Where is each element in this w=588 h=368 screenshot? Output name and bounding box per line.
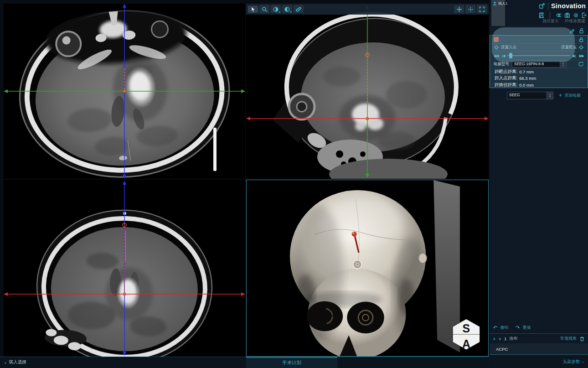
save-icon[interactable]: [539, 12, 544, 18]
axial-viewport[interactable]: [4, 4, 245, 179]
model-label: 电极型号: [494, 62, 509, 67]
contrast-a-label: a: [279, 10, 280, 13]
collapse-up-icon[interactable]: ∧: [493, 337, 496, 341]
edit-icon[interactable]: [569, 28, 575, 33]
measure-tool-button[interactable]: [294, 5, 304, 13]
distance-to-target: 距靶点距离:0.7 mm: [490, 68, 588, 75]
electrode-type-value: SEEG: [507, 92, 547, 99]
bottom-nav-bar: ‹ 病人选择 手术计划: [0, 357, 490, 368]
electrode-header-row: [490, 36, 588, 44]
trash-icon[interactable]: [579, 336, 585, 342]
crosshair-icon[interactable]: [578, 45, 584, 50]
electrode-type-select[interactable]: SEEG ▴▾: [507, 92, 553, 99]
canvas-bar: ∧ ∨ 1 画布 常规视角: [490, 334, 588, 343]
3d-skull-render: S A: [247, 180, 488, 356]
trajectory-slider[interactable]: [507, 55, 571, 56]
next-step-button[interactable]: 头架参数: [563, 359, 580, 365]
center-crosshair-button[interactable]: [465, 5, 475, 13]
cube-anterior-label: A: [462, 337, 470, 350]
display-options-row: [490, 26, 588, 35]
current-stage-tab[interactable]: 手术计划: [246, 357, 337, 368]
patient-label: 病人1: [493, 1, 507, 6]
contrast-b-label: b: [290, 10, 292, 13]
refresh-icon[interactable]: [578, 61, 584, 67]
logout-icon[interactable]: [581, 12, 586, 18]
link-icon[interactable]: [556, 12, 561, 18]
electrode-model-select[interactable]: SEEG-16PIN-8-8 ▴▾: [512, 61, 567, 67]
entry-ring-marker[interactable]: [353, 260, 362, 269]
coronal-viewport[interactable]: [4, 180, 245, 357]
window-level-b-button[interactable]: b: [282, 5, 292, 13]
skull-screw-marker: [418, 253, 427, 263]
frame-backward-button[interactable]: |◀: [502, 54, 505, 58]
trajectory-slider-row: ◀◀ |◀ ▶| ▶▶: [490, 52, 588, 60]
next-step-row: 头架参数 ›: [490, 355, 588, 368]
electrode-color-swatch[interactable]: [494, 37, 499, 42]
divider: [550, 12, 550, 19]
brand-logo: Sinovation: [551, 2, 586, 10]
window-level-a-button[interactable]: a: [271, 5, 281, 13]
divider: [490, 333, 588, 334]
cube-superior-label: S: [463, 322, 470, 335]
stepper-icon[interactable]: ▴▾: [560, 61, 566, 67]
sidebar-tabs: 路径显示 纤维束重建: [490, 18, 588, 25]
export-icon[interactable]: [539, 3, 545, 9]
back-to-patient-button[interactable]: ‹ 病人选择: [5, 359, 26, 365]
redo-icon[interactable]: ↷: [516, 325, 520, 331]
divider: [548, 3, 548, 10]
stepper-icon[interactable]: ▴▾: [547, 92, 553, 99]
sagittal-crosshair[interactable]: [246, 4, 489, 179]
history-row: ↶ 撤销 ↷ 重做: [493, 325, 531, 331]
distance-to-entry: 距入点距离:66.3 mm: [490, 75, 588, 82]
coronal-crosshair[interactable]: [4, 180, 245, 357]
trajectory-list-item-acpc[interactable]: ACPC: [490, 343, 588, 355]
step-backward-button[interactable]: ◀◀: [494, 54, 498, 58]
axial-crosshair[interactable]: [4, 4, 245, 179]
undo-button[interactable]: 撤销: [500, 325, 508, 331]
frame-forward-button[interactable]: ▶|: [573, 54, 575, 58]
redo-button[interactable]: 重做: [522, 325, 531, 331]
canvas-label: 画布: [509, 336, 517, 342]
sagittal-viewport[interactable]: a b: [246, 4, 489, 179]
3d-viewport[interactable]: S A: [246, 180, 489, 357]
slider-thumb[interactable]: [509, 53, 512, 58]
camera-icon[interactable]: [564, 12, 569, 18]
chevron-left-icon: ‹: [5, 360, 6, 365]
gear-icon[interactable]: [573, 12, 578, 18]
fullscreen-button[interactable]: [477, 5, 487, 13]
distance-to-path: 距路径距离:0.0 mm: [490, 82, 588, 88]
electrode-panel: 设置入点 设置靶点 ◀◀ |◀ ▶| ▶▶ 电极型号 SEEG-16PIN-8-…: [490, 35, 588, 88]
set-entry-button[interactable]: 设置入点: [501, 45, 516, 50]
right-sidebar: 病人1 Sinovation 路径显示 纤维束重建: [490, 0, 588, 368]
pointer-tool-button[interactable]: [248, 6, 258, 13]
crosshair-icon[interactable]: [494, 45, 499, 50]
canvas-count: 1: [504, 337, 506, 341]
tab-fiber-reconstruction[interactable]: 纤维束重建: [565, 18, 585, 25]
add-electrode-button[interactable]: 添加电极: [564, 93, 581, 98]
pan-tool-button[interactable]: [454, 5, 464, 13]
step-forward-button[interactable]: ▶▶: [579, 54, 584, 58]
model-value: SEEG-16PIN-8-8: [512, 61, 560, 67]
zoom-tool-button[interactable]: [259, 5, 269, 13]
standard-view-button[interactable]: 常规视角: [560, 336, 577, 342]
chevron-right-icon[interactable]: ›: [583, 359, 584, 364]
viewer-toolbar: a b: [246, 4, 489, 15]
tab-path-display[interactable]: 路径显示: [542, 18, 559, 25]
plus-icon[interactable]: +: [559, 92, 562, 98]
undo-icon[interactable]: ↶: [493, 325, 497, 331]
set-target-button[interactable]: 设置靶点: [561, 45, 577, 50]
patient-name: 病人1: [498, 1, 507, 6]
person-icon: [493, 1, 497, 5]
surgical-planning-app: a b: [0, 0, 588, 368]
unlock-icon[interactable]: [578, 37, 584, 42]
add-electrode-row: SEEG ▴▾ + 添加电极: [490, 91, 588, 99]
collapse-down-icon[interactable]: ∨: [499, 337, 502, 341]
entry-target-row: 设置入点 设置靶点: [490, 44, 588, 52]
electrode-model-row: 电极型号 SEEG-16PIN-8-8 ▴▾: [490, 60, 588, 68]
unlock-icon[interactable]: [578, 28, 584, 34]
